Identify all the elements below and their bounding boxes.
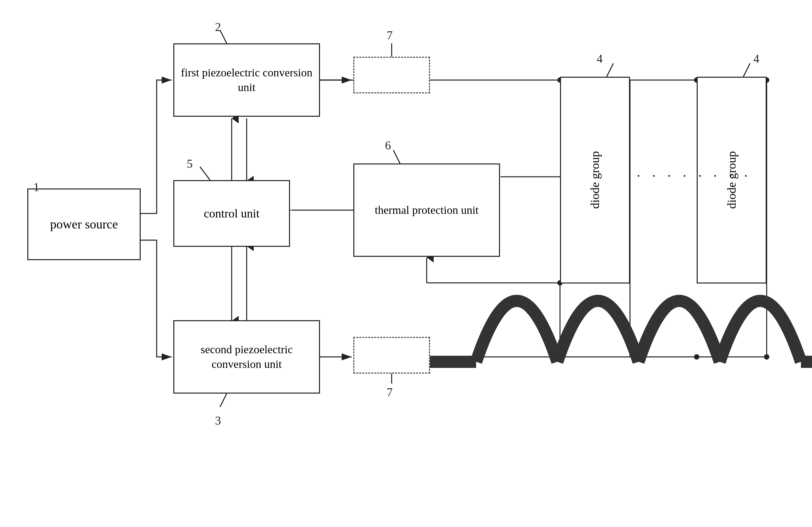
diode-group-1-block: diode group (560, 77, 630, 284)
label-7a: 7 (387, 28, 393, 42)
label-6: 6 (385, 139, 391, 153)
label-4b: 4 (753, 52, 759, 66)
inductor1-block (353, 57, 430, 94)
diagram: .line { stroke: #222; stroke-width: 3; f… (0, 0, 812, 527)
label-2: 2 (215, 20, 221, 34)
svg-line-27 (200, 167, 210, 180)
power-source-label: power source (50, 216, 118, 232)
ellipsis-dots: . . . . . . . . (637, 163, 752, 181)
control-unit-block: control unit (173, 180, 290, 247)
svg-line-24 (220, 394, 227, 407)
svg-line-23 (220, 30, 227, 43)
control-unit-label: control unit (204, 206, 260, 222)
label-4a: 4 (597, 52, 603, 66)
label-5: 5 (187, 157, 193, 171)
first-piezo-block: first piezoelectric conversion unit (173, 43, 320, 117)
label-7b: 7 (387, 385, 393, 399)
diode-group-1-label: diode group (587, 152, 603, 209)
inductor2-block (353, 337, 430, 373)
second-piezo-block: second piezoelectric conversion unit (173, 320, 320, 394)
first-piezo-label: first piezoelectric conversion unit (174, 66, 319, 95)
inductor2-symbol (354, 338, 812, 527)
power-source-block: power source (27, 188, 141, 260)
label-3: 3 (215, 414, 221, 428)
second-piezo-label: second piezoelectric conversion unit (174, 342, 319, 372)
label-1: 1 (33, 180, 39, 194)
